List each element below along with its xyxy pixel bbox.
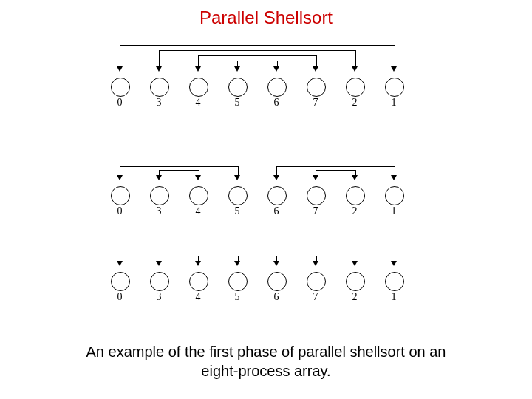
process-node: [267, 272, 287, 291]
node-label: 7: [307, 205, 324, 217]
process-node: [385, 78, 404, 97]
process-node: [346, 186, 365, 205]
arc-zone: [111, 244, 421, 262]
process-node: [228, 78, 248, 97]
node-label: 6: [267, 205, 285, 217]
page-title: Parallel Shellsort: [0, 0, 532, 28]
caption-line-2: eight-process array.: [201, 363, 330, 379]
process-node: [228, 272, 248, 291]
node-label: 0: [111, 97, 129, 109]
process-node: [111, 186, 130, 205]
process-node: [307, 186, 326, 205]
process-node: [267, 186, 287, 205]
node-label: 2: [346, 291, 364, 303]
process-node: [150, 272, 169, 291]
node-label: 7: [307, 97, 324, 109]
process-node: [150, 78, 169, 97]
node-label: 2: [346, 97, 364, 109]
stage-3: 03456721: [111, 244, 421, 299]
arc-zone: [111, 155, 421, 176]
node-label: 1: [385, 205, 403, 217]
process-node: [267, 78, 287, 97]
node-label: 4: [189, 205, 207, 217]
process-node: [346, 78, 365, 97]
process-node: [189, 186, 208, 205]
process-node: [307, 272, 326, 291]
node-label: 6: [267, 291, 285, 303]
process-node: [346, 272, 365, 291]
node-label: 6: [267, 97, 285, 109]
process-node: [228, 186, 248, 205]
process-node: [111, 272, 130, 291]
process-node: [189, 272, 208, 291]
node-label: 5: [228, 97, 246, 109]
node-label: 2: [346, 205, 364, 217]
node-label: 3: [150, 205, 168, 217]
process-node: [150, 186, 169, 205]
node-label: 1: [385, 291, 403, 303]
stage-1: 03456721: [111, 41, 421, 104]
node-row: 03456721: [111, 67, 421, 104]
node-label: 1: [385, 97, 403, 109]
process-node: [385, 186, 404, 205]
caption: An example of the first phase of paralle…: [0, 342, 532, 381]
node-row: 03456721: [111, 262, 421, 299]
node-label: 3: [150, 291, 168, 303]
process-node: [385, 272, 404, 291]
node-label: 0: [111, 291, 129, 303]
process-node: [111, 78, 130, 97]
node-label: 3: [150, 97, 168, 109]
node-label: 7: [307, 291, 324, 303]
node-label: 5: [228, 291, 246, 303]
arc-zone: [111, 41, 421, 67]
stage-2: 03456721: [111, 155, 421, 213]
node-label: 4: [189, 97, 207, 109]
node-label: 5: [228, 205, 246, 217]
caption-line-1: An example of the first phase of paralle…: [86, 344, 446, 360]
node-row: 03456721: [111, 176, 421, 213]
node-label: 0: [111, 205, 129, 217]
process-node: [307, 78, 326, 97]
process-node: [189, 78, 208, 97]
node-label: 4: [189, 291, 207, 303]
